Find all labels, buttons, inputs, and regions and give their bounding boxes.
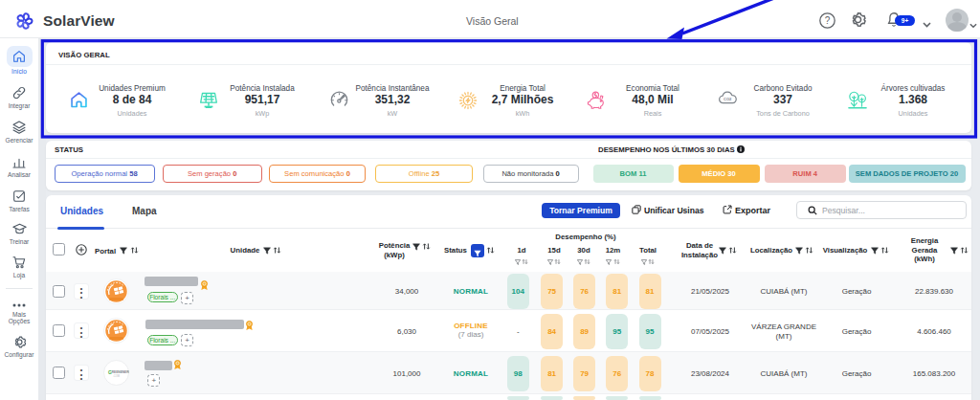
svg-text:REENENERGY: REENENERGY — [112, 370, 129, 374]
svg-text:.COM: .COM — [113, 374, 120, 378]
svg-text:?: ? — [825, 15, 831, 26]
